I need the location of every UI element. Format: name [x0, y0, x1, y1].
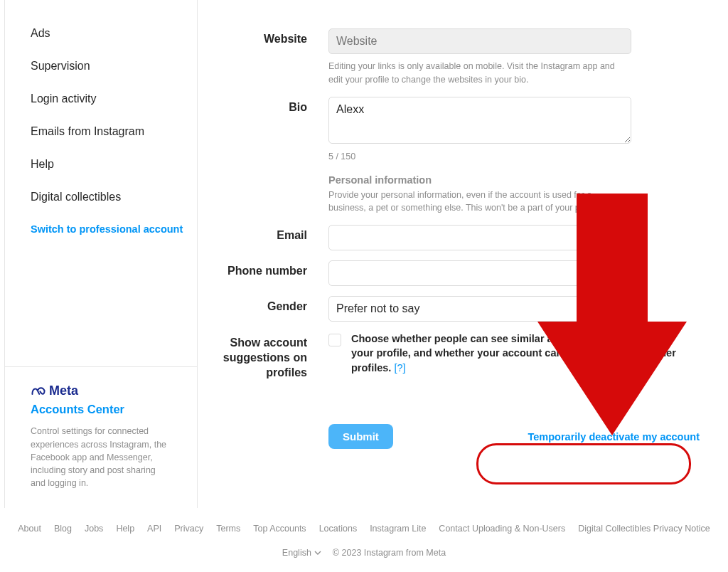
- submit-button[interactable]: Submit: [328, 424, 393, 449]
- footer-link-lite[interactable]: Instagram Lite: [370, 524, 426, 534]
- suggestions-help-link[interactable]: [?]: [394, 362, 405, 374]
- footer-link-blog[interactable]: Blog: [54, 524, 72, 534]
- personal-info-desc: Provide your personal information, even …: [328, 189, 631, 216]
- phone-label: Phone number: [198, 260, 328, 277]
- footer-link-collectibles-privacy[interactable]: Digital Collectibles Privacy Notice: [578, 524, 710, 534]
- website-helper: Editing your links is only available on …: [328, 60, 631, 87]
- edit-profile-form: Website Editing your links is only avail…: [198, 0, 728, 508]
- accounts-center-link[interactable]: Accounts Center: [31, 403, 171, 416]
- sidebar-item-login-activity[interactable]: Login activity: [5, 83, 197, 115]
- footer-link-help[interactable]: Help: [116, 524, 134, 534]
- settings-sidebar: Ads Supervision Login activity Emails fr…: [4, 0, 198, 508]
- footer-link-privacy[interactable]: Privacy: [174, 524, 203, 534]
- deactivate-account-link[interactable]: Temporarily deactivate my account: [528, 431, 700, 443]
- suggestions-label: Show account suggestions on profiles: [198, 332, 328, 380]
- email-label: Email: [198, 225, 328, 242]
- footer-link-top-accounts[interactable]: Top Accounts: [253, 524, 306, 534]
- page-footer: About Blog Jobs Help API Privacy Terms T…: [0, 508, 728, 558]
- bio-label: Bio: [198, 97, 328, 114]
- bio-textarea[interactable]: [328, 97, 631, 144]
- copyright-text: © 2023 Instagram from Meta: [333, 548, 446, 558]
- footer-link-jobs[interactable]: Jobs: [85, 524, 103, 534]
- footer-link-api[interactable]: API: [147, 524, 161, 534]
- bio-char-count: 5 / 150: [328, 152, 631, 161]
- personal-info-heading: Personal information: [328, 174, 631, 186]
- accounts-center-desc: Control settings for connected experienc…: [31, 425, 171, 489]
- gender-select[interactable]: [328, 296, 631, 322]
- suggestions-checkbox[interactable]: [328, 334, 341, 346]
- website-label: Website: [198, 28, 328, 46]
- phone-input[interactable]: [328, 260, 631, 286]
- sidebar-item-ads[interactable]: Ads: [5, 17, 197, 50]
- sidebar-item-help[interactable]: Help: [5, 148, 197, 181]
- suggestions-desc: Choose whether people can see similar ac…: [351, 332, 688, 375]
- language-selector[interactable]: English: [282, 548, 321, 558]
- website-input: [328, 28, 631, 54]
- sidebar-item-supervision[interactable]: Supervision: [5, 50, 197, 83]
- email-input[interactable]: [328, 225, 631, 250]
- meta-brand-text: Meta: [49, 383, 78, 398]
- sidebar-item-emails[interactable]: Emails from Instagram: [5, 115, 197, 148]
- switch-professional-link[interactable]: Switch to professional account: [5, 213, 197, 245]
- chevron-down-icon: [314, 549, 321, 556]
- footer-link-about[interactable]: About: [18, 524, 41, 534]
- gender-label: Gender: [198, 296, 328, 313]
- meta-icon: [31, 383, 46, 398]
- footer-link-locations[interactable]: Locations: [319, 524, 358, 534]
- meta-logo: Meta: [31, 383, 171, 398]
- sidebar-item-digital-collectibles[interactable]: Digital collectibles: [5, 181, 197, 213]
- accounts-center-card: Meta Accounts Center Control settings fo…: [5, 366, 197, 508]
- footer-link-terms[interactable]: Terms: [216, 524, 240, 534]
- footer-link-contact-uploading[interactable]: Contact Uploading & Non-Users: [439, 524, 565, 534]
